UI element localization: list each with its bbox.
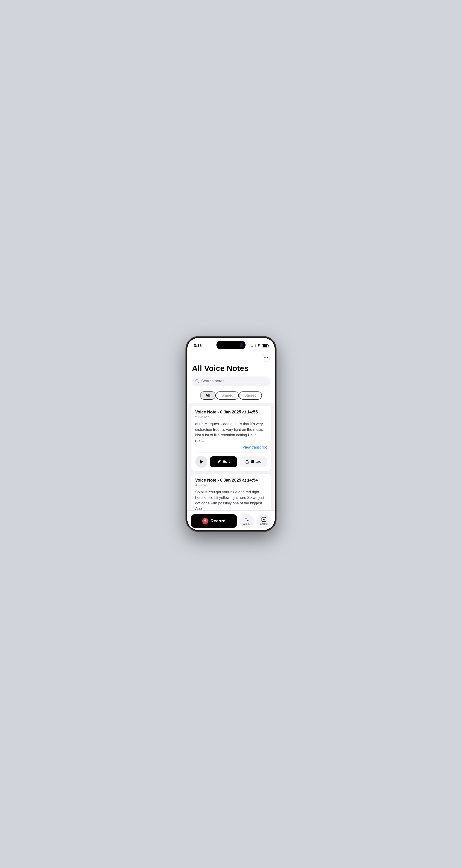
ask-ai-label: Ask AI: [243, 523, 250, 525]
note-2-time: 4 min ago: [195, 484, 267, 487]
signal-icon: [251, 344, 256, 347]
wifi-icon: [257, 344, 261, 348]
view-transcript-1-container: View transcript: [195, 445, 267, 450]
note-1-title: Voice Note - 6 Jan 2025 at 14:55: [195, 410, 267, 414]
share-button-1[interactable]: Share: [240, 456, 267, 467]
status-icons: [251, 344, 268, 348]
tab-shared[interactable]: Shared: [216, 391, 239, 400]
microphone-svg: [203, 519, 207, 523]
edit-button-1[interactable]: Edit: [210, 456, 237, 467]
cards-area: Voice Note - 6 Jan 2025 at 14:55 2 min a…: [187, 403, 275, 526]
screen-content[interactable]: All Voice Notes All Shared Starred: [187, 350, 275, 530]
battery-icon: [262, 344, 268, 347]
status-bar: 3:15: [187, 338, 275, 350]
search-bar[interactable]: [192, 376, 270, 386]
tabs-container: All Shared Starred: [192, 390, 270, 403]
view-transcript-1-button[interactable]: View transcript: [242, 445, 267, 450]
create-button[interactable]: Create: [257, 514, 271, 528]
note-card-1: Voice Note - 6 Jan 2025 at 14:55 2 min a…: [191, 406, 271, 471]
dynamic-island: [216, 341, 246, 349]
status-time: 3:15: [194, 343, 202, 348]
search-input[interactable]: [201, 379, 267, 383]
top-section: All Voice Notes All Shared Starred: [187, 350, 275, 403]
page-title: All Voice Notes: [192, 363, 270, 376]
search-icon: [195, 379, 199, 383]
pencil-icon: [217, 460, 221, 464]
bottom-actions: Record Ask AI Crea: [191, 514, 271, 528]
svg-point-0: [196, 379, 198, 382]
note-2-title: Voice Note - 6 Jan 2025 at 14:54: [195, 478, 267, 483]
ask-ai-button[interactable]: Ask AI: [239, 514, 254, 528]
phone-screen: 3:15: [187, 338, 275, 530]
create-label: Create: [260, 522, 267, 525]
header-row: [192, 352, 270, 363]
card-1-actions: Edit Share: [195, 456, 267, 468]
record-label: Record: [210, 519, 226, 524]
share-icon: [245, 460, 249, 464]
phone-frame: 3:15: [186, 337, 276, 531]
note-2-preview: So blue You got your blue and red right …: [195, 489, 267, 512]
card-1-divider: [195, 452, 267, 453]
note-1-preview: of uh Marques' video and it's that It's …: [195, 421, 267, 443]
mic-icon: [202, 518, 208, 524]
ask-ai-icon: [244, 517, 250, 522]
more-options-button[interactable]: [262, 354, 270, 362]
svg-rect-1: [204, 519, 206, 522]
note-1-time: 2 min ago: [195, 415, 267, 419]
record-button[interactable]: Record: [191, 514, 237, 528]
tab-all[interactable]: All: [200, 391, 216, 400]
create-icon: [261, 517, 266, 522]
bottom-bar: Record Ask AI Crea: [187, 510, 275, 530]
more-dots-icon: [264, 358, 268, 358]
play-button-1[interactable]: [195, 456, 207, 468]
svg-rect-2: [262, 517, 266, 522]
tab-starred[interactable]: Starred: [239, 391, 262, 400]
play-icon: [200, 460, 203, 464]
